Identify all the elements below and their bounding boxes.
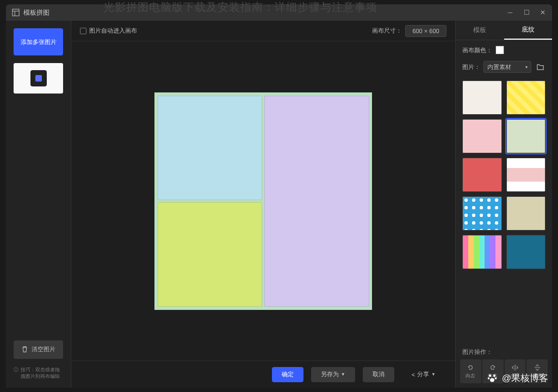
canvas-cell-top-left[interactable] [158,96,262,200]
canvas-size-label: 画布尺寸： [372,27,402,35]
share-button[interactable]: <分享▼ [402,367,445,382]
texture-red-fabric[interactable] [462,158,502,192]
texture-linen[interactable] [506,196,546,231]
close-button[interactable]: ✕ [539,9,547,16]
thumbnail-preview-icon [30,70,47,86]
template-icon [11,8,20,17]
add-images-button[interactable]: 添加多张图片 [14,28,63,55]
canvas-color-row: 画布颜色： [456,40,552,60]
canvas[interactable] [154,92,372,310]
clear-images-button[interactable]: 清空图片 [14,340,63,359]
svg-point-7 [494,377,497,379]
image-source-select[interactable]: 内置素材▾ [483,61,531,73]
folder-icon [536,63,544,71]
cancel-button[interactable]: 取消 [363,367,394,382]
maximize-button[interactable]: ☐ [523,9,530,16]
texture-grid [456,77,552,272]
svg-point-8 [490,378,494,382]
thumbnail-item[interactable] [14,63,63,94]
checkbox-label: 图片自动进入画布 [89,27,137,35]
canvas-color-label: 画布颜色： [462,46,492,54]
texture-blue-polka[interactable] [462,196,502,231]
texture-yellow-stripes[interactable] [506,80,546,115]
canvas-cell-bottom-left[interactable] [158,202,262,307]
svg-point-6 [487,377,489,379]
svg-point-4 [489,375,491,377]
tab-templates[interactable]: 模板 [456,21,504,40]
center-panel: 图片自动进入画布 画布尺寸： 确定 另存为▼ 取消 <分享▼ [71,21,455,388]
svg-point-5 [493,375,495,377]
save-as-button[interactable]: 另存为▼ [311,367,355,382]
bottom-bar: 确定 另存为▼ 取消 <分享▼ [71,360,455,388]
top-toolbar: 图片自动进入画布 画布尺寸： [71,21,455,41]
texture-pink-dots[interactable] [462,119,502,153]
canvas-size-input[interactable] [405,25,447,37]
svg-rect-0 [13,9,19,16]
left-panel: 添加多张图片 清空图片 ⓘ 技巧：双击或者拖拽图片到画布编辑 [6,21,71,388]
rotate-right-icon [489,364,497,371]
canvas-area [71,41,455,360]
canvas-cell-right[interactable] [264,96,369,307]
app-window: 模板拼图 ─ ☐ ✕ 添加多张图片 清空图片 ⓘ 技巧：双击或者拖拽图片到画布编… [6,4,552,388]
canvas-color-swatch[interactable] [495,46,504,54]
flip-h-icon [511,364,519,371]
confirm-button[interactable]: 确定 [272,367,303,382]
image-ops-label: 图片操作： [456,343,552,359]
clear-label: 清空图片 [32,345,55,353]
minimize-button[interactable]: ─ [506,9,514,16]
texture-white-fabric[interactable] [462,80,502,115]
svg-rect-3 [35,75,42,82]
watermark: @果核博客 [486,371,548,384]
right-tabs: 模板 底纹 [456,21,552,40]
texture-rainbow-stripes[interactable] [462,235,502,269]
checkbox-icon [80,28,86,34]
right-panel: 模板 底纹 画布颜色： 图片： 内置素材▾ 图片操作： 向左 向 [455,21,552,388]
tab-textures[interactable]: 底纹 [504,21,553,40]
rotate-left-icon [467,364,474,371]
texture-blue-paisley[interactable] [506,235,546,269]
texture-green-border[interactable] [506,119,546,153]
texture-white-stripe[interactable] [506,158,546,192]
flip-v-icon [534,364,541,371]
page-banner-text: 光影拼图电脑版下载及安装指南：详细步骤与注意事项 [103,0,377,15]
trash-icon [21,346,28,353]
tip-text: ⓘ 技巧：双击或者拖拽图片到画布编辑 [14,366,63,380]
open-folder-button[interactable] [535,61,545,72]
rotate-left-button[interactable]: 向左 [460,359,481,383]
image-source-label: 图片： [462,63,480,71]
auto-insert-checkbox[interactable]: 图片自动进入画布 [80,27,137,35]
paw-icon [486,371,499,384]
